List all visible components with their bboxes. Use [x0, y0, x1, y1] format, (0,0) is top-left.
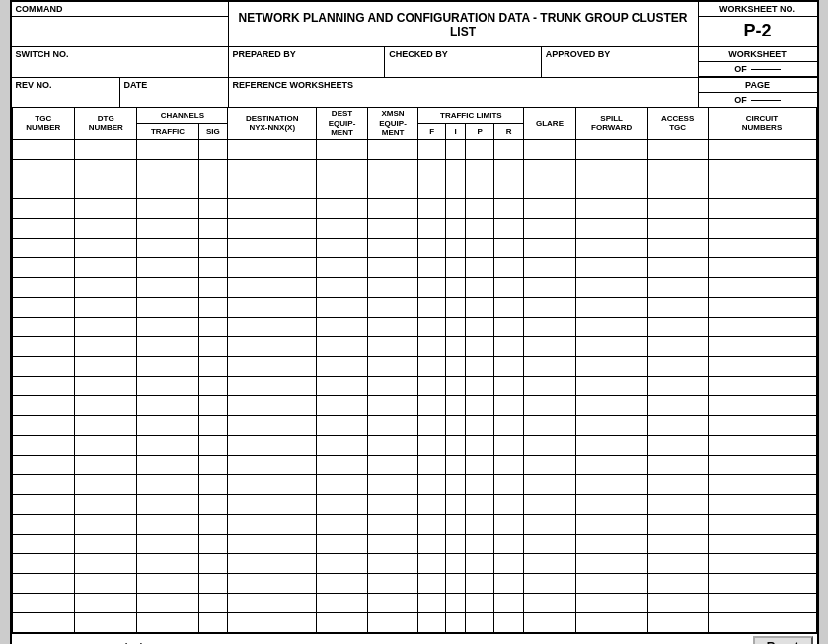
- table-cell[interactable]: [12, 415, 74, 435]
- table-cell[interactable]: [575, 415, 647, 435]
- table-cell[interactable]: [647, 376, 708, 395]
- table-cell[interactable]: [466, 593, 494, 612]
- table-cell[interactable]: [446, 612, 466, 632]
- table-cell[interactable]: [228, 218, 317, 238]
- table-cell[interactable]: [647, 257, 708, 277]
- table-cell[interactable]: [524, 534, 575, 553]
- table-cell[interactable]: [466, 179, 494, 198]
- table-cell[interactable]: [317, 474, 368, 494]
- table-cell[interactable]: [12, 494, 74, 514]
- table-cell[interactable]: [708, 297, 816, 317]
- table-cell[interactable]: [367, 317, 418, 336]
- table-cell[interactable]: [575, 257, 647, 277]
- table-cell[interactable]: [228, 139, 317, 159]
- table-cell[interactable]: [647, 593, 708, 612]
- table-cell[interactable]: [418, 238, 446, 257]
- table-cell[interactable]: [418, 139, 446, 159]
- table-cell[interactable]: [708, 336, 816, 356]
- table-cell[interactable]: [524, 415, 575, 435]
- table-cell[interactable]: [317, 198, 368, 218]
- table-cell[interactable]: [228, 435, 317, 455]
- table-cell[interactable]: [575, 593, 647, 612]
- table-cell[interactable]: [647, 573, 708, 593]
- table-cell[interactable]: [466, 376, 494, 395]
- rev-no-value[interactable]: [12, 92, 119, 106]
- table-cell[interactable]: [228, 534, 317, 553]
- table-cell[interactable]: [708, 218, 816, 238]
- table-cell[interactable]: [418, 395, 446, 415]
- table-cell[interactable]: [524, 356, 575, 376]
- table-cell[interactable]: [12, 534, 74, 553]
- table-cell[interactable]: [524, 257, 575, 277]
- table-cell[interactable]: [466, 257, 494, 277]
- table-cell[interactable]: [137, 474, 198, 494]
- table-cell[interactable]: [708, 593, 816, 612]
- table-cell[interactable]: [198, 297, 228, 317]
- table-cell[interactable]: [228, 494, 317, 514]
- table-cell[interactable]: [137, 277, 198, 297]
- table-cell[interactable]: [198, 336, 228, 356]
- table-cell[interactable]: [12, 435, 74, 455]
- table-cell[interactable]: [74, 257, 136, 277]
- table-cell[interactable]: [367, 336, 418, 356]
- table-cell[interactable]: [494, 317, 524, 336]
- table-cell[interactable]: [317, 179, 368, 198]
- table-cell[interactable]: [708, 474, 816, 494]
- table-cell[interactable]: [198, 198, 228, 218]
- table-cell[interactable]: [12, 593, 74, 612]
- table-cell[interactable]: [708, 376, 816, 395]
- table-cell[interactable]: [647, 494, 708, 514]
- table-cell[interactable]: [228, 553, 317, 573]
- table-cell[interactable]: [494, 238, 524, 257]
- table-cell[interactable]: [418, 179, 446, 198]
- table-cell[interactable]: [466, 395, 494, 415]
- table-cell[interactable]: [74, 474, 136, 494]
- table-cell[interactable]: [137, 297, 198, 317]
- table-cell[interactable]: [228, 159, 317, 179]
- table-cell[interactable]: [647, 612, 708, 632]
- table-cell[interactable]: [418, 317, 446, 336]
- table-cell[interactable]: [494, 514, 524, 534]
- table-cell[interactable]: [198, 474, 228, 494]
- table-cell[interactable]: [446, 356, 466, 376]
- table-cell[interactable]: [647, 159, 708, 179]
- table-cell[interactable]: [524, 593, 575, 612]
- table-cell[interactable]: [647, 297, 708, 317]
- table-cell[interactable]: [446, 573, 466, 593]
- table-cell[interactable]: [446, 415, 466, 435]
- table-cell[interactable]: [494, 356, 524, 376]
- table-cell[interactable]: [367, 159, 418, 179]
- table-cell[interactable]: [418, 474, 446, 494]
- table-cell[interactable]: [524, 573, 575, 593]
- table-cell[interactable]: [418, 297, 446, 317]
- table-cell[interactable]: [12, 297, 74, 317]
- table-cell[interactable]: [418, 593, 446, 612]
- table-cell[interactable]: [524, 179, 575, 198]
- table-cell[interactable]: [74, 356, 136, 376]
- table-cell[interactable]: [74, 336, 136, 356]
- table-cell[interactable]: [524, 238, 575, 257]
- table-cell[interactable]: [708, 612, 816, 632]
- table-cell[interactable]: [466, 297, 494, 317]
- table-cell[interactable]: [317, 376, 368, 395]
- table-cell[interactable]: [524, 317, 575, 336]
- table-cell[interactable]: [228, 317, 317, 336]
- table-cell[interactable]: [317, 238, 368, 257]
- table-cell[interactable]: [647, 553, 708, 573]
- table-cell[interactable]: [137, 238, 198, 257]
- table-cell[interactable]: [317, 257, 368, 277]
- table-cell[interactable]: [198, 534, 228, 553]
- table-cell[interactable]: [74, 534, 136, 553]
- table-cell[interactable]: [575, 336, 647, 356]
- table-cell[interactable]: [228, 238, 317, 257]
- table-cell[interactable]: [708, 534, 816, 553]
- table-cell[interactable]: [708, 238, 816, 257]
- table-cell[interactable]: [12, 238, 74, 257]
- approved-by-value[interactable]: [542, 61, 698, 77]
- table-cell[interactable]: [446, 257, 466, 277]
- table-cell[interactable]: [524, 455, 575, 474]
- table-cell[interactable]: [418, 534, 446, 553]
- table-cell[interactable]: [446, 474, 466, 494]
- table-cell[interactable]: [647, 534, 708, 553]
- table-cell[interactable]: [317, 612, 368, 632]
